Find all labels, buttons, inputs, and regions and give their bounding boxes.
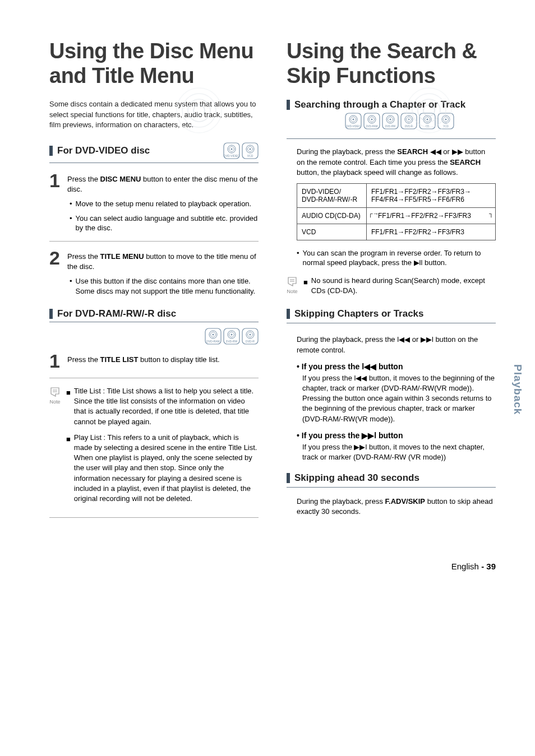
square-bullet-icon: ■	[66, 434, 71, 504]
separator	[49, 241, 259, 242]
table-r3c1: VCD	[297, 224, 367, 240]
section-title: Searching through a Chapter or Track	[294, 99, 465, 110]
step1b-post: button to display title list.	[138, 355, 219, 364]
table-r1c2b: FF4/FR4→FF5/FR5→FF6/FR6	[371, 196, 491, 203]
section-title: Skipping Chapters or Tracks	[294, 308, 424, 319]
separator	[49, 378, 259, 378]
disc-dvd-rw-icon: DVD-RW	[382, 113, 399, 129]
disc-vcd-icon: VCD	[242, 142, 259, 159]
bullet-text: Move to the setup menu related to playba…	[76, 199, 252, 209]
section-bar-icon	[287, 100, 290, 110]
step2-pre: Press the	[67, 252, 100, 261]
table-r1c1b: DVD-RAM/-RW/-R	[302, 196, 362, 203]
section-title: Skipping ahead 30 seconds	[294, 472, 419, 484]
step-number: 2	[49, 249, 62, 296]
table-r1c2a: FF1/FR1→FF2/FR2→FF3/FR3→	[371, 188, 491, 196]
note-block-right: Note ■ No sound is heard during Scan(Sea…	[287, 276, 496, 296]
svg-text:DVD-RAM: DVD-RAM	[206, 340, 219, 343]
square-bullet-icon: ■	[66, 388, 71, 427]
step-number: 1	[49, 353, 62, 370]
table-r2c2: FF1/FR1→FF2/FR2→FF3/FR3	[371, 212, 471, 220]
svg-text:DVD-RW: DVD-RW	[385, 125, 396, 128]
note-item1-label: Title List :	[74, 387, 105, 395]
note-label: Note	[49, 398, 60, 406]
bullet-text: Use this button if the disc contains mor…	[76, 276, 259, 296]
table-r3c2: FF1/FR1→FF2/FR2→FF3/FR3	[366, 224, 495, 240]
step-1b: 1 Press the TITLE LIST button to display…	[49, 353, 259, 370]
svg-text:DVD-R: DVD-R	[246, 340, 255, 343]
note-icon	[49, 386, 61, 397]
sub-prev-body: If you press the l◀◀ button, it moves to…	[297, 373, 496, 424]
right-title: Using the Search & Skip Functions	[287, 39, 496, 88]
section-bar-icon	[287, 473, 290, 483]
step1-bold: DISC MENU	[100, 175, 141, 183]
footer-page: - 39	[481, 562, 496, 571]
bullet-dot: •	[70, 276, 72, 296]
section-dvd-video: For DVD-VIDEO disc DVD-VIDEO VCD	[49, 142, 259, 163]
step1b-pre: Press the	[67, 355, 100, 364]
disc-dvd-video-icon: DVD-VIDEO	[345, 113, 362, 129]
separator	[49, 517, 259, 518]
disc-dvd-r-icon: DVD-R	[400, 113, 417, 129]
disc-dvd-ram-icon: DVD-RAM	[363, 113, 380, 129]
svg-text:DVD-RAM: DVD-RAM	[366, 125, 378, 128]
scan-reverse-note: You can scan the program in reverse orde…	[303, 248, 495, 268]
left-title: Using the Disc Menu and Title Menu	[49, 39, 259, 88]
disc-dvd-rw-icon: DVD-RW	[223, 328, 240, 345]
note-icon	[287, 276, 298, 287]
bullet-text: You can select audio language and subtit…	[76, 214, 259, 233]
svg-text:DVD-VIDEO: DVD-VIDEO	[224, 154, 239, 157]
sub-next-button: • If you press the ▶▶l button	[297, 431, 496, 440]
footer-lang: English	[451, 562, 479, 571]
table-r2c1: AUDIO CD(CD-DA)	[297, 207, 367, 224]
section-bar-icon	[49, 146, 53, 156]
bullet-dot: •	[70, 214, 72, 233]
step-2: 2 Press the TITLE MENU button to move to…	[49, 249, 259, 296]
step1b-bold: TITLE LIST	[100, 355, 139, 364]
section-title: For DVD-RAM/-RW/-R disc	[57, 308, 176, 319]
disc-dvd-ram-icon: DVD-RAM	[205, 328, 222, 345]
table-r1c1a: DVD-VIDEO/	[302, 188, 362, 196]
section-bar-icon	[49, 309, 53, 319]
left-intro: Some discs contain a dedicated menu syst…	[49, 99, 259, 130]
sub-next-body: If you press the ▶▶l button, it moves to…	[297, 442, 496, 462]
disc-vcd-icon: VCD	[437, 113, 454, 129]
bullet-dot: •	[70, 199, 72, 209]
step-number: 1	[49, 172, 62, 233]
section-bar-icon	[287, 309, 290, 319]
svg-text:CD: CD	[426, 125, 430, 128]
section-skipping-chapters: Skipping Chapters or Tracks	[287, 308, 496, 323]
svg-text:VCD: VCD	[443, 125, 449, 128]
svg-text:VCD: VCD	[247, 154, 253, 157]
square-bullet-icon: ■	[303, 277, 308, 296]
note-item2-body: This refers to a unit of playback, which…	[74, 433, 257, 503]
section-skip-30s: Skipping ahead 30 seconds	[287, 472, 496, 488]
svg-text:DVD-VIDEO: DVD-VIDEO	[346, 125, 361, 128]
skip-paragraph: During the playback, press the l◀◀ or ▶▶…	[287, 335, 496, 355]
note-item2-label: Play List :	[74, 433, 105, 442]
section-dvd-ram-rw-r: For DVD-RAM/-RW/-R disc	[49, 308, 259, 319]
sub-prev-button: • If you press the l◀◀ button	[297, 362, 496, 371]
disc-cd-icon: CD	[419, 113, 436, 129]
skip30-paragraph: During the playback, press F.ADV/SKIP bu…	[287, 497, 496, 517]
disc-dvd-r-icon: DVD-R	[242, 328, 259, 345]
disc-dvd-video-icon: DVD-VIDEO	[223, 142, 240, 159]
svg-text:DVD-R: DVD-R	[405, 125, 413, 128]
section-title: For DVD-VIDEO disc	[57, 145, 150, 156]
page-footer: English - 39	[0, 548, 535, 588]
search-paragraph: During the playback, press the SEARCH ◀◀…	[287, 147, 496, 178]
svg-text:DVD-RW: DVD-RW	[226, 340, 238, 343]
speed-table: DVD-VIDEO/ DVD-RAM/-RW/-R FF1/FR1→FF2/FR…	[297, 183, 496, 240]
side-tab-playback: Playback	[511, 364, 524, 415]
bullet-dot: •	[297, 248, 299, 268]
note-block: Note ■ Title List : Title List shows a l…	[49, 386, 259, 509]
note-right-body: No sound is heard during Scan(Search) mo…	[311, 276, 496, 296]
step-1: 1 Press the DISC MENU button to enter th…	[49, 172, 259, 233]
step2-bold: TITLE MENU	[100, 252, 144, 261]
step1-pre: Press the	[67, 175, 100, 183]
note-label: Note	[287, 288, 297, 295]
section-searching: Searching through a Chapter or Track	[287, 99, 496, 110]
